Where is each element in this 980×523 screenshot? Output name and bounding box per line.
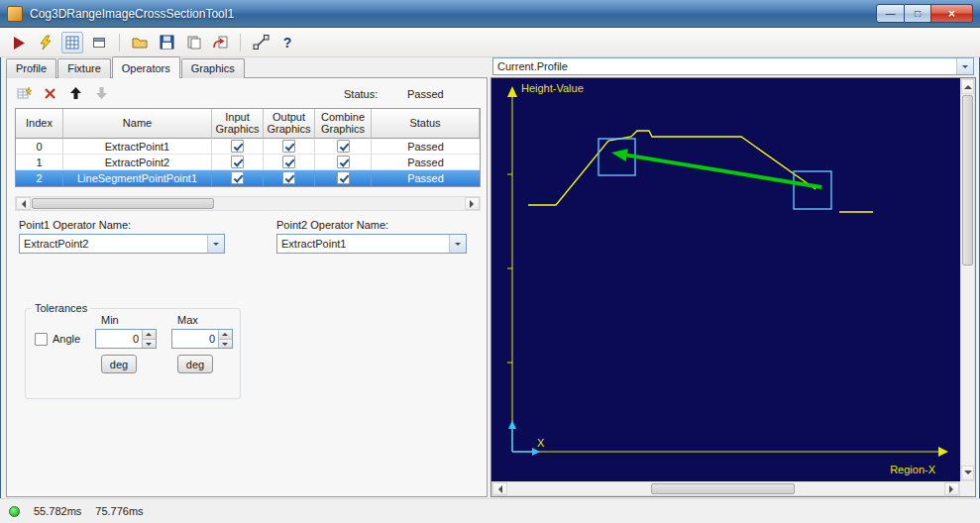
scroll-left-button[interactable]: [16, 197, 31, 210]
save-file-button[interactable]: [156, 32, 177, 53]
angle-min-spinner[interactable]: 0: [95, 329, 157, 349]
open-file-button[interactable]: [129, 32, 151, 53]
execution-time: 55.782ms: [34, 505, 81, 517]
help-icon: ?: [283, 35, 292, 51]
x-axis-label: Region-X: [890, 464, 936, 475]
help-button[interactable]: ?: [276, 32, 298, 53]
table-row[interactable]: 1 ExtractPoint2 Passed: [16, 155, 480, 170]
cell-status: Passed: [372, 170, 480, 186]
delete-operator-button[interactable]: [41, 84, 58, 102]
result-segment-arrowhead-icon: [611, 149, 628, 161]
chart-vertical-scrollbar[interactable]: [960, 78, 975, 481]
import-button[interactable]: [209, 32, 231, 53]
toolbar-separator: [240, 34, 241, 52]
status-value: Passed: [407, 88, 444, 100]
minimize-button[interactable]: —: [876, 4, 905, 23]
table-horizontal-scrollbar[interactable]: [15, 196, 481, 211]
spinner-down-button[interactable]: [219, 340, 232, 349]
table-row[interactable]: 0 ExtractPoint1 Passed: [16, 139, 480, 155]
tolerances-group: Tolerances Min Max Angle 0 0 deg deg: [25, 308, 241, 399]
profile-chart-area[interactable]: Height-Value Region-X X: [490, 77, 976, 497]
paste-button[interactable]: [182, 32, 204, 53]
window: { "icons": { "close": "×", "minimize": "…: [0, 0, 980, 523]
scrollbar-corner: [960, 481, 975, 496]
profile-panel: Current.Profile Height-Value Region-X X: [490, 55, 976, 497]
operators-page: Status: Passed Index Name Input Graphics…: [6, 77, 488, 497]
scrollbar-thumb[interactable]: [962, 95, 973, 265]
tab-fixture[interactable]: Fixture: [57, 58, 111, 78]
output-graphics-checkbox[interactable]: [282, 140, 295, 153]
scroll-left-button[interactable]: [492, 482, 507, 495]
status-label: Status:: [344, 88, 378, 100]
origin-label: X: [537, 437, 545, 449]
run-status-led-icon: [9, 506, 20, 517]
point1-operator-label: Point1 Operator Name:: [19, 219, 131, 231]
point1-operator-combobox[interactable]: ExtractPoint2: [19, 234, 225, 254]
total-time: 75.776ms: [95, 505, 143, 517]
move-up-button[interactable]: [66, 84, 84, 102]
output-graphics-checkbox[interactable]: [282, 156, 295, 168]
cell-index: 1: [16, 155, 63, 170]
scroll-up-button[interactable]: [961, 79, 974, 94]
spinner-down-button[interactable]: [143, 340, 156, 349]
table-row[interactable]: 2 LineSegmentPointPoint1 Passed: [16, 170, 480, 186]
profile-chart[interactable]: Height-Value Region-X X: [491, 78, 960, 481]
window-title: Cog3DRangeImageCrossSectionTool1: [30, 7, 234, 21]
profile-source-combobox[interactable]: Current.Profile: [492, 57, 974, 75]
add-operator-button[interactable]: [15, 84, 33, 102]
maximize-button[interactable]: □: [905, 4, 931, 23]
table-header-row: Index Name Input Graphics Output Graphic…: [16, 109, 480, 139]
y-axis-label: Height-Value: [521, 82, 584, 94]
combobox-value: Current.Profile: [493, 60, 956, 72]
tab-strip: Profile Fixture Operators Graphics: [6, 58, 245, 78]
input-graphics-checkbox[interactable]: [231, 140, 244, 153]
input-graphics-checkbox[interactable]: [231, 156, 244, 168]
angle-checkbox[interactable]: [35, 333, 48, 346]
combine-graphics-checkbox[interactable]: [337, 171, 350, 184]
col-header-index: Index: [16, 109, 63, 139]
tab-operators[interactable]: Operators: [112, 56, 180, 78]
col-header-combine-graphics: Combine Graphics: [315, 109, 372, 139]
dropdown-arrow-icon: [956, 58, 973, 74]
cell-index: 0: [16, 139, 63, 155]
output-graphics-checkbox[interactable]: [282, 171, 295, 184]
title-bar: Cog3DRangeImageCrossSectionTool1 — □ ×: [0, 0, 980, 28]
show-result-grid-button[interactable]: [61, 32, 83, 53]
combine-graphics-checkbox[interactable]: [337, 156, 350, 168]
chart-graphics: [528, 131, 873, 212]
app-icon: [7, 6, 23, 22]
scrollbar-thumb[interactable]: [32, 198, 214, 209]
input-graphics-checkbox[interactable]: [231, 171, 244, 184]
combobox-value: ExtractPoint2: [20, 238, 207, 250]
show-image-button[interactable]: [88, 32, 110, 53]
cell-status: Passed: [372, 155, 480, 170]
spinner-value: 0: [172, 330, 218, 348]
cell-name: ExtractPoint1: [63, 139, 212, 155]
close-button[interactable]: ×: [931, 4, 973, 23]
move-down-button[interactable]: [92, 84, 110, 102]
scroll-down-button[interactable]: [961, 466, 974, 480]
chart-axes: Height-Value Region-X X: [507, 82, 948, 475]
dropdown-arrow-icon: [207, 235, 224, 253]
measure-tool-button[interactable]: [250, 32, 272, 53]
max-label: Max: [177, 314, 198, 326]
combine-graphics-checkbox[interactable]: [337, 140, 350, 153]
main-toolbar: ?: [0, 28, 980, 57]
max-unit-button[interactable]: deg: [177, 355, 213, 373]
run-button[interactable]: [8, 32, 30, 53]
point2-operator-combobox[interactable]: ExtractPoint1: [276, 234, 467, 254]
tab-profile[interactable]: Profile: [6, 58, 56, 78]
scrollbar-thumb[interactable]: [651, 483, 795, 494]
tab-graphics[interactable]: Graphics: [181, 58, 245, 78]
spinner-up-button[interactable]: [143, 330, 156, 340]
scroll-right-button[interactable]: [465, 197, 480, 210]
tolerances-title: Tolerances: [32, 302, 90, 314]
run-electric-button[interactable]: [35, 32, 56, 53]
chart-horizontal-scrollbar[interactable]: [491, 481, 960, 496]
min-label: Min: [101, 314, 119, 326]
min-unit-button[interactable]: deg: [101, 355, 137, 373]
spinner-up-button[interactable]: [219, 330, 232, 340]
angle-max-spinner[interactable]: 0: [171, 329, 233, 349]
scroll-right-button[interactable]: [944, 482, 959, 495]
col-header-output-graphics: Output Graphics: [264, 109, 315, 139]
